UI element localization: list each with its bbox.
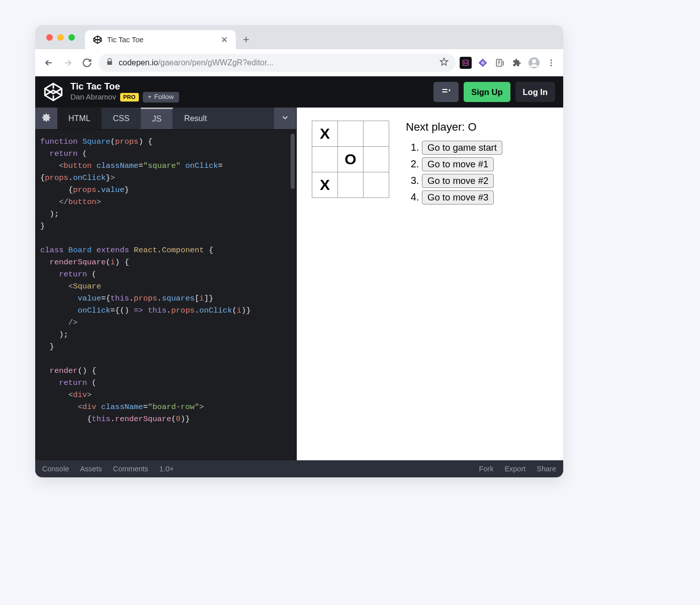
svg-point-5 [551,62,552,63]
new-tab-button[interactable]: + [236,30,256,49]
result-pane: X O X Next player: O Go to g [297,108,563,460]
goto-move-button[interactable]: Go to move #1 [422,157,494,171]
game-status: Next player: O [406,121,502,134]
chevron-down-icon [281,113,290,124]
profile-avatar-icon[interactable] [528,57,540,69]
board-square[interactable]: O [337,146,364,172]
board-square[interactable] [337,121,364,147]
editor-tab-bar: HTML CSS JS Result [35,108,296,130]
move-list-item: Go to move #1 [422,157,502,171]
tab-html[interactable]: HTML [57,108,102,129]
back-button[interactable] [41,55,56,70]
goto-move-button[interactable]: Go to game start [422,141,502,155]
close-window-icon[interactable] [46,34,53,41]
tab-css[interactable]: CSS [102,108,141,129]
reload-button[interactable] [79,55,95,70]
signup-button[interactable]: Sign Up [464,82,510,102]
tab-js[interactable]: JS [141,108,173,129]
game-info: Next player: O Go to game start Go to mo… [406,121,502,207]
login-button[interactable]: Log In [515,82,555,102]
move-list-item: Go to move #3 [422,190,502,205]
follow-label: Follow [154,93,174,101]
extension-icons [460,57,557,69]
svg-point-4 [551,59,552,61]
editor-settings-button[interactable] [35,108,57,129]
footer-export[interactable]: Export [504,465,526,473]
codepen-header: Tic Tac Toe Dan Abramov PRO + Follow Sig… [35,76,563,108]
extension-icon[interactable] [477,57,489,69]
pen-author[interactable]: Dan Abramov [70,93,116,102]
svg-point-6 [551,64,552,66]
kebab-menu-icon[interactable] [545,57,557,69]
address-bar[interactable]: codepen.io/gaearon/pen/gWWZgR?editor... [99,54,456,72]
move-list-item: Go to game start [422,141,502,155]
tictactoe-board: X O X [312,121,389,197]
codepen-favicon-icon [93,35,102,44]
board-square[interactable] [363,121,389,147]
board-square[interactable]: X [312,172,338,198]
window-controls [42,25,79,49]
plus-icon: + [148,93,152,101]
layout-menu-button[interactable] [433,82,459,102]
gear-icon [42,113,51,124]
move-list: Go to game start Go to move #1 Go to mov… [406,141,502,205]
goto-move-button[interactable]: Go to move #3 [422,190,494,205]
footer-zoom[interactable]: 1.0× [159,465,174,473]
pro-badge: PRO [120,93,139,102]
browser-tab-title: Tic Tac Toe [107,36,216,44]
pen-title: Tic Tac Toe [70,81,179,91]
close-tab-icon[interactable]: ✕ [221,35,228,45]
footer-comments[interactable]: Comments [113,465,148,473]
code-editor[interactable]: function Square(props) { return ( <butto… [35,130,296,460]
codepen-logo-icon[interactable] [43,82,63,102]
browser-tab[interactable]: Tic Tac Toe ✕ [85,30,236,49]
extension-icon[interactable] [460,57,472,69]
main-area: HTML CSS JS Result function Square(props… [35,108,563,460]
follow-button[interactable]: + Follow [143,92,179,103]
collapse-editor-button[interactable] [274,108,296,129]
goto-move-button[interactable]: Go to move #2 [422,174,494,188]
browser-window: Tic Tac Toe ✕ + codepen.io/gaearon/pen/g… [35,25,563,477]
bookmark-star-icon[interactable] [440,57,449,68]
footer-share[interactable]: Share [537,465,556,473]
board-square[interactable] [312,146,338,172]
footer-console[interactable]: Console [42,465,69,473]
codepen-footer: Console Assets Comments 1.0× Fork Export… [35,460,563,477]
board-square[interactable]: X [312,121,338,147]
svg-point-3 [532,59,536,63]
board-square[interactable] [363,172,389,198]
extensions-puzzle-icon[interactable] [511,57,523,69]
board-square[interactable] [363,146,389,172]
move-list-item: Go to move #2 [422,174,502,188]
url-domain: codepen.io [119,58,158,67]
editor-pane: HTML CSS JS Result function Square(props… [35,108,297,460]
browser-tabstrip: Tic Tac Toe ✕ + [35,25,563,49]
tab-result[interactable]: Result [173,108,218,129]
footer-fork[interactable]: Fork [479,465,493,473]
forward-button[interactable] [60,55,75,70]
minimize-window-icon[interactable] [57,34,64,41]
footer-assets[interactable]: Assets [80,465,102,473]
browser-toolbar: codepen.io/gaearon/pen/gWWZgR?editor... [35,49,563,76]
lock-icon [106,58,114,68]
extension-icon[interactable] [494,57,506,69]
url-path: /gaearon/pen/gWWZgR?editor... [158,58,273,67]
scrollbar-thumb[interactable] [291,134,295,189]
board-square[interactable] [337,172,364,198]
maximize-window-icon[interactable] [68,34,75,41]
